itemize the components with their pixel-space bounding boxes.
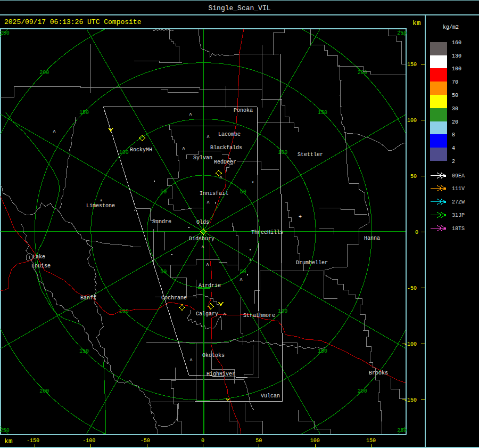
svg-text:0: 0 — [415, 230, 418, 235]
svg-text:Lake: Lake — [32, 254, 45, 260]
svg-text:Sundre: Sundre — [152, 219, 171, 225]
svg-text:Louise: Louise — [31, 263, 51, 269]
svg-text:-50: -50 — [407, 286, 417, 291]
svg-text:100: 100 — [278, 150, 287, 156]
svg-text:100: 100 — [310, 438, 320, 444]
svg-text:31JP: 31JP — [452, 213, 465, 218]
svg-text:^: ^ — [182, 146, 185, 152]
svg-text:50: 50 — [255, 438, 262, 444]
svg-text:250: 250 — [397, 428, 407, 434]
svg-text:50: 50 — [240, 189, 246, 195]
svg-text:-150: -150 — [27, 438, 39, 444]
svg-text:^: ^ — [53, 129, 56, 135]
svg-text:Ponoka: Ponoka — [234, 108, 253, 113]
svg-text:^: ^ — [219, 175, 222, 181]
svg-text:Blackfalds: Blackfalds — [210, 145, 242, 151]
svg-text:Innisfail: Innisfail — [200, 191, 228, 197]
svg-text:km: km — [4, 437, 13, 445]
svg-text:2025/09/17 06:13:26 UTC Compos: 2025/09/17 06:13:26 UTC Composite — [4, 18, 141, 26]
svg-text:0: 0 — [201, 438, 204, 444]
svg-text:Calgary: Calgary — [196, 311, 218, 317]
svg-text:50: 50 — [160, 269, 167, 275]
svg-text:30: 30 — [452, 106, 458, 112]
svg-text:70: 70 — [452, 79, 458, 85]
svg-text:160: 160 — [452, 40, 461, 46]
svg-text:^: ^ — [206, 263, 209, 268]
svg-text:09EA: 09EA — [452, 173, 465, 179]
svg-text:-100: -100 — [82, 438, 95, 444]
svg-text:200: 200 — [358, 70, 367, 76]
svg-text:Banff: Banff — [80, 295, 96, 301]
svg-text:km: km — [412, 19, 421, 27]
svg-text:250: 250 — [0, 428, 10, 434]
svg-text:^: ^ — [189, 358, 193, 364]
svg-text:150: 150 — [79, 110, 89, 116]
svg-text:150: 150 — [407, 62, 417, 68]
svg-text:Single_Scan_VIL: Single_Scan_VIL — [208, 4, 270, 12]
svg-text:50: 50 — [452, 93, 458, 99]
svg-text:^: ^ — [207, 135, 210, 141]
svg-text:100: 100 — [452, 66, 461, 72]
svg-text:Okotoks: Okotoks — [202, 353, 225, 359]
svg-text:200: 200 — [358, 388, 367, 394]
svg-text:100: 100 — [119, 308, 129, 314]
svg-text:200: 200 — [39, 70, 49, 76]
svg-text:ThreeHills: ThreeHills — [251, 230, 283, 235]
svg-text:50: 50 — [410, 174, 417, 180]
svg-text:100: 100 — [278, 308, 287, 314]
svg-text:2: 2 — [452, 159, 455, 165]
svg-text:-50: -50 — [141, 438, 150, 444]
svg-text:250: 250 — [0, 30, 10, 36]
svg-text:130: 130 — [452, 53, 461, 59]
svg-text:20: 20 — [452, 119, 458, 125]
svg-text:Stettler: Stettler — [298, 152, 323, 158]
svg-text:^: ^ — [240, 278, 243, 283]
svg-text:Airdrie: Airdrie — [199, 283, 221, 289]
svg-text:Cochrane: Cochrane — [161, 295, 187, 301]
svg-text:100: 100 — [407, 118, 417, 124]
svg-text:4: 4 — [452, 145, 455, 151]
svg-text:+: + — [299, 214, 302, 220]
svg-text:8: 8 — [452, 132, 455, 138]
svg-text:Strathmore: Strathmore — [243, 313, 275, 319]
svg-text:kg/m2: kg/m2 — [443, 25, 459, 30]
svg-text:RockyMH: RockyMH — [130, 147, 152, 153]
svg-text:RedDeer: RedDeer — [214, 159, 236, 165]
svg-text:150: 150 — [79, 348, 89, 354]
svg-text:27ZW: 27ZW — [452, 199, 465, 205]
svg-text:150: 150 — [366, 438, 376, 444]
svg-text:150: 150 — [318, 110, 327, 116]
svg-text:50: 50 — [240, 269, 246, 275]
svg-text:50: 50 — [160, 189, 167, 195]
svg-text:200: 200 — [39, 388, 49, 394]
svg-text:*: * — [251, 181, 254, 187]
svg-text:Lacombe: Lacombe — [218, 132, 241, 137]
svg-text:Sylvan: Sylvan — [193, 155, 212, 161]
svg-text:Didsbury: Didsbury — [189, 236, 214, 242]
svg-text:^: ^ — [201, 245, 204, 251]
svg-text:HighRiver: HighRiver — [207, 371, 235, 377]
svg-text:Vulcan: Vulcan — [261, 393, 280, 399]
svg-text:250: 250 — [397, 30, 407, 36]
svg-text:150: 150 — [318, 348, 327, 354]
svg-text:100: 100 — [119, 150, 129, 156]
svg-text:Brooks: Brooks — [369, 370, 388, 376]
svg-text:^: ^ — [223, 312, 226, 318]
svg-text:Limestone: Limestone — [86, 203, 115, 209]
svg-text:-100: -100 — [404, 341, 417, 347]
svg-text:^: ^ — [207, 200, 210, 206]
svg-text:Hanna: Hanna — [364, 235, 380, 241]
svg-text:Drumheller: Drumheller — [296, 260, 328, 266]
svg-text:Olds: Olds — [196, 219, 209, 225]
svg-text:18TS: 18TS — [452, 226, 465, 232]
svg-text:111V: 111V — [452, 186, 465, 192]
svg-text:^: ^ — [189, 112, 192, 118]
svg-text:-150: -150 — [404, 397, 417, 403]
